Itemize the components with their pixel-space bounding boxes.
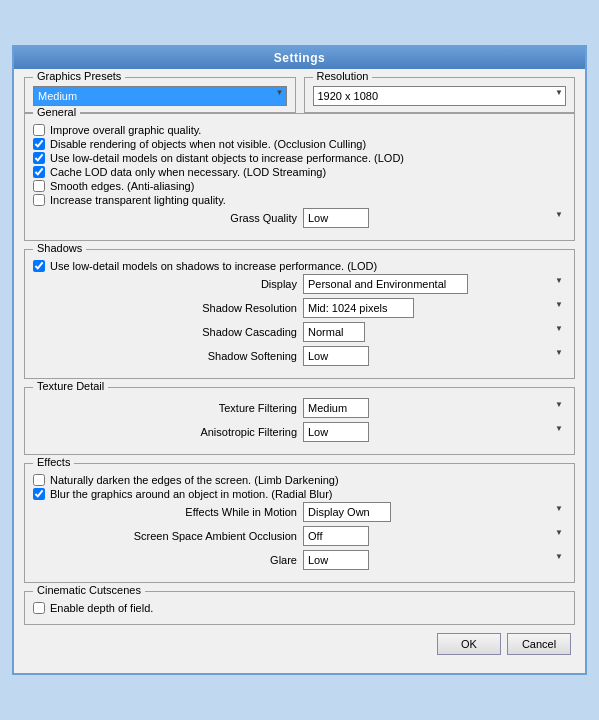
- general-cb1[interactable]: [33, 124, 45, 136]
- effects-cb1-row: Naturally darken the edges of the screen…: [33, 474, 566, 486]
- general-cb4-label: Cache LOD data only when necessary. (LOD…: [50, 166, 326, 178]
- anisotropic-filtering-wrapper: Off Low Medium High: [303, 422, 566, 442]
- general-cb6-row: Increase transparent lighting quality.: [33, 194, 566, 206]
- shadow-softening-label: Shadow Softening: [33, 350, 303, 362]
- general-cb4[interactable]: [33, 166, 45, 178]
- settings-dialog: Settings Graphics Presets Low Medium Hig…: [12, 45, 587, 675]
- shadow-lod-checkbox[interactable]: [33, 260, 45, 272]
- general-cb1-label: Improve overall graphic quality.: [50, 124, 201, 136]
- general-cb5[interactable]: [33, 180, 45, 192]
- general-cb5-row: Smooth edges. (Anti-aliasing): [33, 180, 566, 192]
- shadow-resolution-label: Shadow Resolution: [33, 302, 303, 314]
- general-cb5-label: Smooth edges. (Anti-aliasing): [50, 180, 194, 192]
- ssao-label: Screen Space Ambient Occlusion: [33, 530, 303, 542]
- shadows-section-title: Shadows: [33, 242, 86, 254]
- general-cb4-row: Cache LOD data only when necessary. (LOD…: [33, 166, 566, 178]
- general-cb3-row: Use low-detail models on distant objects…: [33, 152, 566, 164]
- resolution-group: Resolution 800 x 600 1280 x 720 1920 x 1…: [304, 77, 576, 113]
- effects-motion-select[interactable]: Off Display Own All: [303, 502, 391, 522]
- texture-section-title: Texture Detail: [33, 380, 108, 392]
- effects-cb1-label: Naturally darken the edges of the screen…: [50, 474, 339, 486]
- shadows-section: Shadows Use low-detail models on shadows…: [24, 249, 575, 379]
- texture-filtering-row: Texture Filtering Low Medium High: [33, 398, 566, 418]
- general-cb6[interactable]: [33, 194, 45, 206]
- effects-cb2-label: Blur the graphics around an object in mo…: [50, 488, 332, 500]
- shadow-resolution-select[interactable]: Low: 256 pixels Mid: 1024 pixels High: 2…: [303, 298, 414, 318]
- shadow-softening-select[interactable]: Off Low Medium High: [303, 346, 369, 366]
- shadows-content: Use low-detail models on shadows to incr…: [33, 260, 566, 366]
- grass-quality-row: Grass Quality Off Low Medium High: [33, 208, 566, 228]
- ssao-wrapper: Off Low Medium High: [303, 526, 566, 546]
- effects-cb2-row: Blur the graphics around an object in mo…: [33, 488, 566, 500]
- texture-filtering-wrapper: Low Medium High: [303, 398, 566, 418]
- graphics-presets-label: Graphics Presets: [33, 70, 125, 82]
- shadow-display-wrapper: Off Personal Environmental Personal and …: [303, 274, 566, 294]
- shadow-display-row: Display Off Personal Environmental Perso…: [33, 274, 566, 294]
- ssao-select[interactable]: Off Low Medium High: [303, 526, 369, 546]
- general-section-title: General: [33, 106, 80, 118]
- effects-cb1[interactable]: [33, 474, 45, 486]
- effects-section-title: Effects: [33, 456, 74, 468]
- general-cb3-label: Use low-detail models on distant objects…: [50, 152, 404, 164]
- effects-motion-label: Effects While in Motion: [33, 506, 303, 518]
- effects-cb2[interactable]: [33, 488, 45, 500]
- effects-content: Naturally darken the edges of the screen…: [33, 474, 566, 570]
- graphics-presets-wrapper: Low Medium High Ultra: [33, 86, 287, 106]
- shadow-cascading-select[interactable]: Off Low Normal High: [303, 322, 365, 342]
- texture-section: Texture Detail Texture Filtering Low Med…: [24, 387, 575, 455]
- shadow-cascading-row: Shadow Cascading Off Low Normal High: [33, 322, 566, 342]
- graphics-presets-select[interactable]: Low Medium High Ultra: [33, 86, 287, 106]
- general-cb6-label: Increase transparent lighting quality.: [50, 194, 226, 206]
- resolution-wrapper: 800 x 600 1280 x 720 1920 x 1080 2560 x …: [313, 86, 567, 106]
- shadow-resolution-row: Shadow Resolution Low: 256 pixels Mid: 1…: [33, 298, 566, 318]
- shadow-display-label: Display: [33, 278, 303, 290]
- shadow-lod-row: Use low-detail models on shadows to incr…: [33, 260, 566, 272]
- shadow-resolution-wrapper: Low: 256 pixels Mid: 1024 pixels High: 2…: [303, 298, 566, 318]
- texture-filtering-select[interactable]: Low Medium High: [303, 398, 369, 418]
- grass-quality-select[interactable]: Off Low Medium High: [303, 208, 369, 228]
- top-row: Graphics Presets Low Medium High Ultra R…: [24, 77, 575, 113]
- title-bar: Settings: [14, 47, 585, 69]
- cinematic-section-title: Cinematic Cutscenes: [33, 584, 145, 596]
- cinematic-dof-row: Enable depth of field.: [33, 602, 566, 614]
- cinematic-content: Enable depth of field.: [33, 602, 566, 614]
- shadow-display-select[interactable]: Off Personal Environmental Personal and …: [303, 274, 468, 294]
- shadow-lod-label: Use low-detail models on shadows to incr…: [50, 260, 377, 272]
- resolution-content: 800 x 600 1280 x 720 1920 x 1080 2560 x …: [313, 86, 567, 106]
- general-cb2[interactable]: [33, 138, 45, 150]
- general-section: General Improve overall graphic quality.…: [24, 113, 575, 241]
- general-cb2-label: Disable rendering of objects when not vi…: [50, 138, 366, 150]
- effects-section: Effects Naturally darken the edges of th…: [24, 463, 575, 583]
- shadow-softening-row: Shadow Softening Off Low Medium High: [33, 346, 566, 366]
- ssao-row: Screen Space Ambient Occlusion Off Low M…: [33, 526, 566, 546]
- glare-wrapper: Off Low Medium High: [303, 550, 566, 570]
- dialog-title: Settings: [274, 51, 325, 65]
- cinematic-section: Cinematic Cutscenes Enable depth of fiel…: [24, 591, 575, 625]
- glare-select[interactable]: Off Low Medium High: [303, 550, 369, 570]
- shadow-cascading-label: Shadow Cascading: [33, 326, 303, 338]
- graphics-presets-content: Low Medium High Ultra: [33, 86, 287, 106]
- shadow-cascading-wrapper: Off Low Normal High: [303, 322, 566, 342]
- resolution-label: Resolution: [313, 70, 373, 82]
- grass-quality-label: Grass Quality: [33, 212, 303, 224]
- texture-content: Texture Filtering Low Medium High Anisot…: [33, 398, 566, 442]
- cinematic-dof-label: Enable depth of field.: [50, 602, 153, 614]
- grass-quality-wrapper: Off Low Medium High: [303, 208, 566, 228]
- texture-filtering-label: Texture Filtering: [33, 402, 303, 414]
- effects-motion-wrapper: Off Display Own All: [303, 502, 566, 522]
- dialog-body: Graphics Presets Low Medium High Ultra R…: [14, 69, 585, 663]
- cinematic-dof-checkbox[interactable]: [33, 602, 45, 614]
- resolution-select[interactable]: 800 x 600 1280 x 720 1920 x 1080 2560 x …: [313, 86, 567, 106]
- general-cb2-row: Disable rendering of objects when not vi…: [33, 138, 566, 150]
- cancel-button[interactable]: Cancel: [507, 633, 571, 655]
- shadow-softening-wrapper: Off Low Medium High: [303, 346, 566, 366]
- general-content: Improve overall graphic quality. Disable…: [33, 124, 566, 228]
- glare-label: Glare: [33, 554, 303, 566]
- general-cb1-row: Improve overall graphic quality.: [33, 124, 566, 136]
- button-row: OK Cancel: [24, 633, 575, 655]
- glare-row: Glare Off Low Medium High: [33, 550, 566, 570]
- anisotropic-filtering-row: Anisotropic Filtering Off Low Medium Hig…: [33, 422, 566, 442]
- anisotropic-filtering-select[interactable]: Off Low Medium High: [303, 422, 369, 442]
- ok-button[interactable]: OK: [437, 633, 501, 655]
- general-cb3[interactable]: [33, 152, 45, 164]
